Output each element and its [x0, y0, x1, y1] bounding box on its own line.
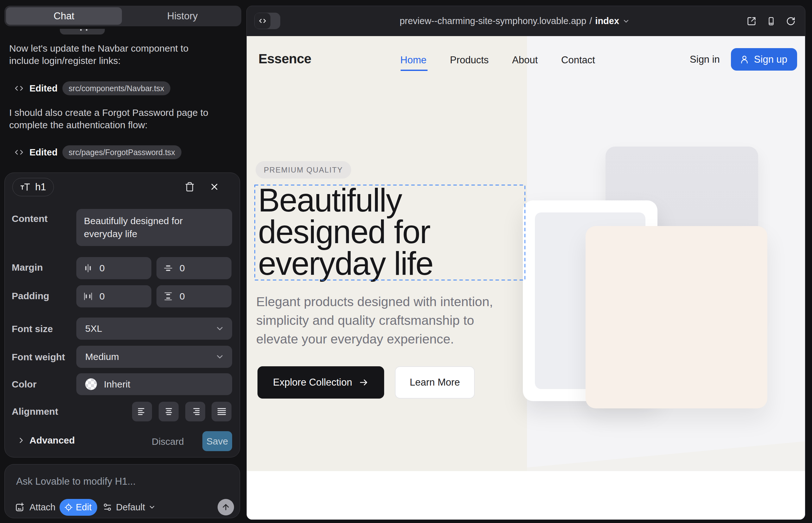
lovable-workspace: Chat History Now let's update the Navbar…: [0, 0, 812, 523]
font-size-field-label: Font size: [12, 324, 53, 334]
composer-toolbar: Attach Edit Default: [15, 499, 156, 516]
mode-select[interactable]: Default: [116, 502, 145, 512]
tab-chat[interactable]: Chat: [6, 7, 122, 25]
hero-paragraph: Elegant products designed with intention…: [256, 292, 506, 348]
learn-more-button[interactable]: Learn More: [395, 366, 475, 399]
margin-x-value: 0: [100, 263, 105, 273]
hero-actions: Explore Collection Learn More: [258, 366, 475, 399]
nav-active-underline: [401, 70, 427, 71]
hero-badge: PREMIUM QUALITY: [255, 161, 351, 179]
attach-button[interactable]: Attach: [30, 502, 55, 512]
transparency-swatch-icon: [85, 378, 97, 390]
margin-y-value: 0: [180, 263, 185, 273]
font-weight-select[interactable]: Medium: [76, 346, 232, 368]
type-icon: [20, 183, 30, 192]
edited-label: Edited: [30, 83, 58, 94]
site-canvas: Essence Home Products About Contact Sign…: [247, 36, 805, 520]
content-input[interactable]: Beautifully designed for everyday life: [76, 209, 232, 246]
nav-link-about[interactable]: About: [512, 54, 538, 66]
advanced-toggle[interactable]: Advanced: [17, 435, 75, 446]
explore-collection-button[interactable]: Explore Collection: [258, 366, 384, 399]
chat-message: I should also create a Forgot Password p…: [9, 106, 213, 131]
chevron-right-icon: [17, 436, 26, 445]
margin-y-input[interactable]: 0: [156, 257, 231, 279]
element-editor-panel: h1 Content Beautifully designed for ever…: [4, 173, 240, 457]
margin-x-icon: [83, 264, 93, 273]
external-link-icon[interactable]: [747, 16, 756, 26]
hero-heading-line: Beautifully: [258, 184, 433, 216]
smartphone-icon[interactable]: [767, 17, 776, 26]
margin-field-label: Margin: [12, 262, 43, 273]
chevron-down-icon: [215, 352, 225, 362]
delete-element-button[interactable]: [183, 180, 197, 194]
scrolled-file-chip: [60, 29, 105, 35]
file-chip[interactable]: src/pages/ForgotPassword.tsx: [63, 145, 181, 159]
element-tag-name: h1: [35, 181, 46, 193]
file-chip[interactable]: src/components/Navbar.tsx: [63, 82, 171, 95]
url-separator: /: [589, 16, 592, 26]
advanced-label: Advanced: [30, 435, 75, 446]
edited-file-row: Edited src/pages/ForgotPassword.tsx: [14, 145, 181, 160]
chevron-down-icon: [215, 324, 225, 333]
chevron-down-icon: [622, 17, 630, 25]
font-weight-field-label: Font weight: [12, 352, 65, 362]
image-plus-icon[interactable]: [15, 502, 25, 512]
composer: Ask Lovable to modify H1... Attach Edit …: [4, 464, 240, 518]
font-size-value: 5XL: [85, 323, 102, 334]
discard-button[interactable]: Discard: [152, 436, 184, 447]
align-center-button[interactable]: [159, 402, 179, 421]
sliders-icon: [103, 502, 112, 512]
decor-card-cream: [586, 226, 767, 409]
site-logo[interactable]: Essence: [259, 51, 311, 67]
nav-link-products[interactable]: Products: [450, 54, 489, 66]
font-size-select[interactable]: 5XL: [76, 318, 232, 340]
send-button[interactable]: [217, 499, 234, 516]
url-page: index: [595, 16, 619, 26]
refresh-icon[interactable]: [786, 16, 796, 26]
composer-input[interactable]: Ask Lovable to modify H1...: [16, 476, 136, 487]
locate-icon: [64, 503, 73, 511]
tab-history[interactable]: History: [124, 6, 241, 26]
preview-topbar: preview--charming-site-symphony.lovable.…: [247, 6, 805, 36]
site-nav: Home Products About Contact: [400, 54, 595, 66]
preview-url[interactable]: preview--charming-site-symphony.lovable.…: [247, 6, 805, 36]
hero-heading-line: designed for: [258, 216, 433, 248]
padding-y-value: 0: [180, 291, 185, 302]
close-panel-button[interactable]: [208, 180, 222, 194]
save-button[interactable]: Save: [202, 431, 232, 451]
code-preview-toggle[interactable]: [254, 13, 280, 29]
edit-label: Edit: [76, 502, 91, 512]
arrow-right-icon: [358, 377, 369, 387]
padding-x-value: 0: [100, 291, 105, 302]
code-icon: [14, 147, 24, 157]
nav-link-home[interactable]: Home: [400, 54, 427, 66]
align-justify-button[interactable]: [212, 402, 231, 421]
url-host: preview--charming-site-symphony.lovable.…: [400, 16, 586, 26]
color-select[interactable]: Inherit: [76, 373, 232, 395]
padding-x-input[interactable]: 0: [76, 285, 152, 307]
edit-mode-pill[interactable]: Edit: [59, 499, 97, 516]
hero-heading-line: everyday life: [258, 248, 433, 279]
edited-file-row: Edited src/components/Navbar.tsx: [14, 81, 170, 96]
chat-message: Now let's update the Navbar component to…: [9, 42, 213, 67]
alignment-field-label: Alignment: [12, 406, 58, 417]
align-left-button[interactable]: [132, 402, 152, 421]
nav-link-contact[interactable]: Contact: [561, 54, 595, 66]
section-below-hero: [247, 471, 805, 520]
code-icon: [254, 13, 270, 29]
padding-y-input[interactable]: 0: [156, 285, 231, 307]
margin-x-input[interactable]: 0: [76, 257, 152, 279]
preview-actions: [747, 6, 796, 36]
sign-in-link[interactable]: Sign in: [690, 54, 720, 65]
sign-up-button[interactable]: Sign up: [731, 48, 797, 71]
font-weight-value: Medium: [85, 351, 119, 362]
padding-y-icon: [163, 292, 173, 301]
chevron-down-icon: [148, 503, 156, 511]
color-field-label: Color: [12, 379, 36, 390]
align-right-button[interactable]: [185, 402, 205, 421]
hero-heading[interactable]: Beautifully designed for everyday life: [258, 184, 433, 279]
content-field-label: Content: [12, 213, 48, 224]
edited-label: Edited: [30, 147, 58, 158]
site-auth-actions: Sign in Sign up: [690, 48, 797, 71]
padding-x-icon: [83, 292, 93, 301]
